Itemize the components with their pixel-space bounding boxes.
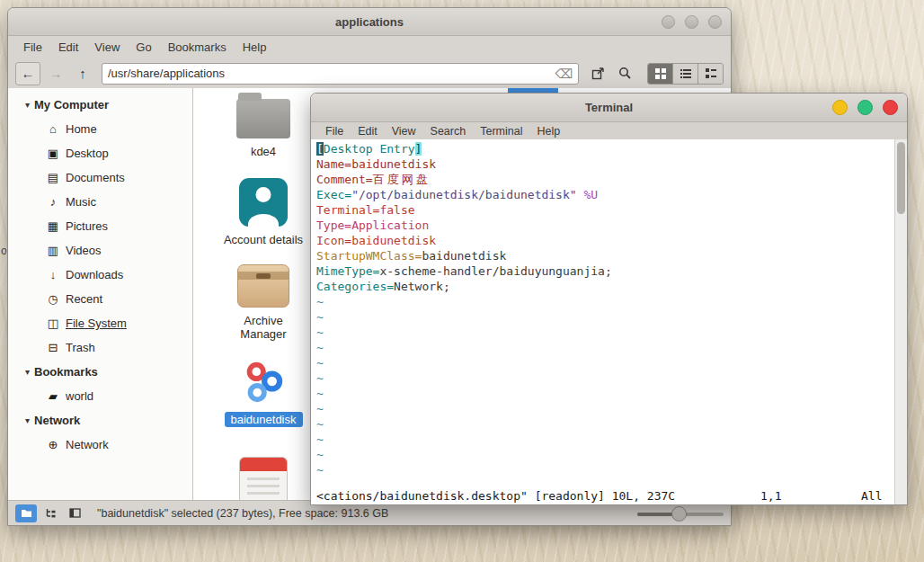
places-pane-button[interactable] xyxy=(15,504,37,522)
documents-icon: ▤ xyxy=(46,171,60,184)
up-arrow-icon: ↑ xyxy=(79,66,86,81)
terminal-titlebar[interactable]: Terminal xyxy=(311,94,907,122)
folder-icon xyxy=(236,99,290,138)
view-mode-toggle-group xyxy=(647,63,724,85)
music-icon: ♪ xyxy=(46,195,60,209)
sidebar-section-network[interactable]: ▾Network xyxy=(8,408,192,433)
zoom-slider-fill xyxy=(637,513,676,516)
close-button[interactable] xyxy=(883,100,898,115)
search-button[interactable] xyxy=(613,63,636,85)
search-icon xyxy=(618,67,632,80)
sidebar-item-downloads[interactable]: ↓Downloads xyxy=(8,263,192,287)
forward-button[interactable]: → xyxy=(44,63,67,85)
filesystem-icon: ◫ xyxy=(46,317,60,330)
terminal-menu-search[interactable]: Search xyxy=(423,124,474,138)
maximize-button[interactable] xyxy=(857,100,873,115)
terminal-content[interactable]: [Desktop Entry]Name=baidunetdiskComment=… xyxy=(311,139,907,504)
detailed-view-button[interactable] xyxy=(697,64,723,84)
sidebar-item-trash[interactable]: ⊟Trash xyxy=(8,335,192,360)
terminal-line: Comment=百度网盘 xyxy=(316,172,893,187)
terminal-line: Terminal=false xyxy=(316,202,893,218)
vim-status-filename: <cations/baidunetdisk.desktop" [readonly… xyxy=(316,488,675,504)
terminal-line: Icon=baidunetdisk xyxy=(316,233,893,248)
open-in-new-tab-button[interactable] xyxy=(586,63,609,85)
file-label: kde4 xyxy=(244,144,282,159)
file-manager-toolbar: ← → ↑ /usr/share/applications ⌫ xyxy=(8,58,731,89)
file-manager-title: applications xyxy=(335,15,404,29)
terminal-menu-terminal[interactable]: Terminal xyxy=(473,124,529,138)
vim-status-cursor-position: 1,1 xyxy=(760,488,781,504)
directory-tree-button[interactable] xyxy=(40,504,61,522)
calendar-icon xyxy=(239,457,288,500)
file-item-kde4[interactable]: kde4 xyxy=(214,91,313,159)
new-tab-icon xyxy=(591,67,605,80)
fm-menu-help[interactable]: Help xyxy=(235,38,275,57)
sidebar-item-desktop[interactable]: ▣Desktop xyxy=(8,141,192,165)
file-item-baidunetdisk[interactable]: baidunetdisk xyxy=(214,358,313,427)
minimize-button[interactable] xyxy=(832,100,848,115)
terminal-tilde-line: ~ xyxy=(316,386,893,401)
file-label: Archive Manager xyxy=(214,313,313,342)
close-button[interactable] xyxy=(708,15,722,29)
sidebar-item-network[interactable]: ⊕Network xyxy=(8,433,192,457)
terminal-window: Terminal FileEditViewSearchTerminalHelp … xyxy=(310,93,908,505)
path-text: /usr/share/applications xyxy=(108,67,549,80)
sidebar-item-file-system[interactable]: ◫File System xyxy=(8,311,192,335)
up-button[interactable]: ↑ xyxy=(71,63,94,85)
maximize-button[interactable] xyxy=(685,15,698,29)
file-item-calendar[interactable] xyxy=(214,457,313,500)
terminal-line: Name=baidunetdisk xyxy=(316,156,893,172)
terminal-menu-view[interactable]: View xyxy=(385,124,423,138)
sidebar-item-pictures[interactable]: ▦Pictures xyxy=(8,214,192,238)
vim-status-line: <cations/baidunetdisk.desktop" [readonly… xyxy=(311,488,907,504)
tree-icon xyxy=(45,508,57,518)
account-icon xyxy=(239,178,288,227)
terminal-tilde-line: ~ xyxy=(316,370,893,386)
minimize-button[interactable] xyxy=(662,15,675,29)
sidebar-item-home[interactable]: ⌂Home xyxy=(8,117,192,141)
fm-menu-go[interactable]: Go xyxy=(128,38,159,57)
sidebar-section-bookmarks[interactable]: ▾Bookmarks xyxy=(8,360,192,384)
fm-menu-bookmarks[interactable]: Bookmarks xyxy=(160,38,235,57)
terminal-menu-edit[interactable]: Edit xyxy=(351,124,385,138)
sidebar-item-world[interactable]: ▰world xyxy=(8,384,192,408)
terminal-tilde-line: ~ xyxy=(316,309,893,325)
compact-view-button[interactable] xyxy=(672,64,697,84)
fm-menu-edit[interactable]: Edit xyxy=(50,38,86,57)
sidebar-item-recent[interactable]: ◷Recent xyxy=(8,287,192,311)
sidebar-item-documents[interactable]: ▤Documents xyxy=(8,165,192,190)
recent-icon: ◷ xyxy=(46,292,60,306)
file-manager-titlebar[interactable]: applications xyxy=(8,8,731,36)
sidebar-item-music[interactable]: ♪Music xyxy=(8,190,192,214)
file-label: baidunetdisk xyxy=(225,412,303,427)
zoom-slider-handle[interactable] xyxy=(671,506,687,522)
network-icon: ⊕ xyxy=(46,438,60,451)
back-button[interactable]: ← xyxy=(15,62,40,85)
icon-view-button[interactable] xyxy=(648,64,672,84)
fm-menu-file[interactable]: File xyxy=(15,38,50,57)
file-item-archive-manager[interactable]: Archive Manager xyxy=(214,264,313,342)
vim-buffer: [Desktop Entry]Name=baidunetdiskComment=… xyxy=(316,141,893,477)
terminal-scrollbar[interactable] xyxy=(894,139,907,504)
clear-path-icon[interactable]: ⌫ xyxy=(555,67,573,81)
terminal-scrollbar-thumb[interactable] xyxy=(897,142,905,214)
sidebar-section-my-computer[interactable]: ▾My Computer xyxy=(8,93,192,117)
zoom-slider[interactable] xyxy=(637,505,724,522)
terminal-line: Type=Application xyxy=(316,218,893,233)
terminal-tilde-line: ~ xyxy=(316,401,893,416)
terminal-menu-file[interactable]: File xyxy=(318,124,351,138)
compact-view-icon xyxy=(680,67,692,80)
terminal-line: [Desktop Entry] xyxy=(316,141,893,156)
file-manager-window-buttons xyxy=(662,8,722,35)
hide-panel-button[interactable] xyxy=(64,504,85,522)
terminal-menu-help[interactable]: Help xyxy=(529,124,567,138)
sidebar-item-videos[interactable]: ▥Videos xyxy=(8,238,192,263)
path-bar[interactable]: /usr/share/applications ⌫ xyxy=(102,63,579,85)
forward-arrow-icon: → xyxy=(49,66,63,81)
desktop-icon: ▣ xyxy=(46,147,60,160)
folder-icon: ▰ xyxy=(46,389,60,403)
file-item-account-details[interactable]: Account details xyxy=(214,178,313,247)
side-panel-icon xyxy=(69,508,81,518)
fm-menu-view[interactable]: View xyxy=(86,38,128,57)
collapse-triangle-icon: ▾ xyxy=(25,100,30,110)
